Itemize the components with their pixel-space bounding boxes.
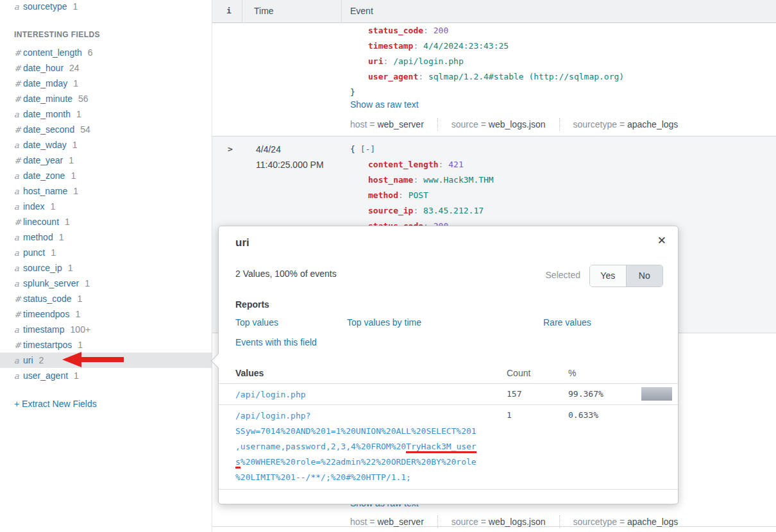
field-type-icon: a: [14, 184, 23, 199]
json-key[interactable]: method: [368, 190, 398, 200]
selected-yes-button[interactable]: Yes: [590, 265, 627, 287]
field-name: method: [23, 232, 53, 242]
value-row: /api/login.php15799.367%: [219, 384, 678, 405]
footer-divider: [437, 118, 438, 131]
values-table-rows: /api/login.php15799.367%/api/login.php?S…: [219, 384, 678, 490]
footer-source: source = web_logs.json: [451, 516, 546, 528]
json-key[interactable]: uri: [368, 56, 383, 66]
report-link-events-with-this-field[interactable]: Events with this field: [235, 337, 317, 347]
sidebar-field-content_length[interactable]: #content_length6: [0, 45, 212, 60]
json-value[interactable]: sqlmap/1.2.4#stable (http://sqlmap.org): [428, 72, 624, 81]
footer-value[interactable]: web_server: [377, 119, 423, 129]
json-value[interactable]: POST: [409, 190, 428, 200]
column-divider: [341, 0, 342, 23]
field-type-icon: a: [14, 353, 23, 369]
value-text: ,username,password,2,3,4%20FROM%20: [235, 442, 406, 451]
report-link-top-values-by-time[interactable]: Top values by time: [347, 317, 421, 328]
sidebar-field-timestamp[interactable]: atimestamp100+: [0, 322, 212, 337]
field-count: 1: [75, 309, 80, 319]
collapse-json-link[interactable]: [-]: [360, 144, 375, 154]
field-count: 56: [78, 94, 89, 104]
sidebar-field-user_agent[interactable]: auser_agent1: [0, 368, 212, 383]
field-count: 1: [78, 340, 83, 350]
event-column-header: Event: [350, 6, 373, 16]
value-text: %20LIMIT%201--/**/;%20#%20HTTP/1.1;: [235, 472, 411, 482]
show-raw-text-link[interactable]: Show as raw text: [350, 99, 419, 110]
field-count: 2: [39, 355, 44, 365]
field-count: 1: [73, 78, 78, 88]
sidebar-field-method[interactable]: amethod1: [0, 229, 212, 245]
expand-event-icon[interactable]: >: [224, 142, 237, 157]
sidebar-field-index[interactable]: aindex1: [0, 199, 212, 214]
json-value[interactable]: 421: [448, 160, 463, 169]
json-value[interactable]: www.Hack3M.THM: [423, 175, 494, 185]
field-type-icon: a: [14, 169, 23, 184]
report-link-top-values[interactable]: Top values: [235, 317, 278, 328]
value-link[interactable]: /api/login.php: [235, 387, 306, 403]
json-field-line: source_ip: 83.45.212.17: [350, 203, 494, 219]
json-colon: :: [418, 72, 428, 81]
selected-no-button[interactable]: No: [627, 265, 662, 287]
sidebar-field-date_year[interactable]: #date_year1: [0, 153, 212, 168]
json-value[interactable]: 200: [434, 26, 448, 35]
sidebar-field-linecount[interactable]: #linecount1: [0, 214, 212, 229]
footer-source: source = web_logs.json: [451, 119, 546, 130]
sidebar-field-date_wday[interactable]: adate_wday1: [0, 137, 212, 153]
sidebar-field-date_month[interactable]: adate_month1: [0, 106, 212, 122]
interesting-fields-heading: INTERESTING FIELDS: [14, 30, 100, 39]
footer-host: host = web_server: [350, 119, 424, 130]
json-key[interactable]: user_agent: [368, 72, 418, 81]
sidebar-field-date_mday[interactable]: #date_mday1: [0, 76, 212, 91]
sidebar-field-timeendpos[interactable]: #timeendpos1: [0, 306, 212, 322]
field-type-icon: a: [14, 0, 23, 15]
json-key[interactable]: source_ip: [368, 206, 413, 215]
close-icon[interactable]: ✕: [657, 234, 666, 247]
value-text: SSyw=7014%20AND%201=1%20UNION%20ALL%20SE…: [235, 426, 477, 436]
json-value[interactable]: /api/login.php: [393, 56, 464, 66]
json-field-line: content_length: 421: [350, 157, 494, 172]
footer-value[interactable]: web_logs.json: [489, 517, 546, 527]
json-brace: {: [350, 144, 355, 154]
sidebar-field-splunk_server[interactable]: asplunk_server1: [0, 276, 212, 291]
sidebar-field-date_minute[interactable]: #date_minute56: [0, 91, 212, 106]
field-count: 1: [74, 370, 79, 381]
selected-label: Selected: [546, 270, 580, 280]
reports-heading: Reports: [235, 299, 269, 310]
sidebar-field-status_code[interactable]: #status_code1: [0, 291, 212, 306]
json-key[interactable]: timestamp: [368, 41, 413, 51]
json-key[interactable]: host_name: [368, 175, 413, 185]
field-type-icon: #: [14, 61, 23, 76]
json-key[interactable]: status_code: [368, 26, 423, 35]
sidebar-field-sourcetype[interactable]: asourcetype1: [0, 0, 212, 14]
field-name: date_year: [23, 155, 63, 165]
footer-value[interactable]: apache_logs: [627, 119, 678, 129]
selected-toggle: Yes No: [589, 265, 663, 287]
field-name: date_second: [23, 124, 74, 135]
footer-value[interactable]: web_server: [377, 517, 423, 527]
sidebar-field-date_hour[interactable]: #date_hour24: [0, 60, 212, 76]
sidebar-field-source_ip[interactable]: asource_ip1: [0, 260, 212, 276]
sidebar-field-punct[interactable]: apunct1: [0, 245, 212, 260]
sidebar-field-host_name[interactable]: ahost_name1: [0, 183, 212, 199]
field-name: splunk_server: [23, 278, 79, 288]
footer-value[interactable]: apache_logs: [627, 517, 678, 527]
json-value[interactable]: 83.45.212.17: [423, 206, 484, 215]
field-count: 1: [71, 170, 76, 181]
event-footer: host = web_serversource = web_logs.jsons…: [350, 118, 678, 131]
value-link[interactable]: /api/login.php?SSyw=7014%20AND%201=1%20U…: [235, 408, 477, 485]
json-key[interactable]: content_length: [368, 160, 439, 169]
json-field-line: uri: /api/login.php: [350, 54, 624, 69]
extract-new-fields-link[interactable]: + Extract New Fields: [14, 399, 97, 409]
field-name: host_name: [23, 186, 67, 196]
json-value[interactable]: 4/4/2024:23:43:25: [423, 41, 509, 51]
field-type-icon: a: [14, 199, 23, 215]
field-count: 1: [72, 1, 78, 12]
sidebar-field-date_zone[interactable]: adate_zone1: [0, 168, 212, 183]
events-table-header: i Time Event: [212, 0, 776, 23]
field-name: user_agent: [23, 370, 68, 381]
json-field-line: host_name: www.Hack3M.THM: [350, 172, 494, 188]
field-name: date_mday: [23, 78, 67, 88]
sidebar-field-date_second[interactable]: #date_second54: [0, 122, 212, 137]
report-link-rare-values[interactable]: Rare values: [543, 317, 591, 328]
footer-value[interactable]: web_logs.json: [489, 119, 546, 129]
